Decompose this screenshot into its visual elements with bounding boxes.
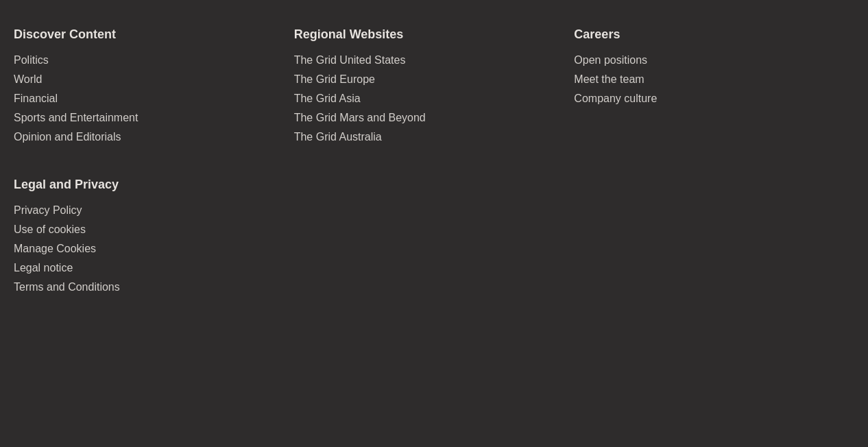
- list-item: The Grid Australia: [294, 131, 561, 143]
- regional-websites-heading: Regional Websites: [294, 27, 561, 42]
- empty-column-2: [294, 178, 575, 300]
- list-item: Meet the team: [574, 73, 841, 86]
- list-item: Privacy Policy: [14, 204, 280, 217]
- discover-content-heading: Discover Content: [14, 27, 280, 42]
- sports-entertainment-link[interactable]: Sports and Entertainment: [14, 112, 138, 123]
- careers-list: Open positions Meet the team Company cul…: [574, 54, 841, 105]
- empty-column-3: [574, 178, 854, 300]
- discover-content-list: Politics World Financial Sports and Ente…: [14, 54, 280, 143]
- meet-team-link[interactable]: Meet the team: [574, 73, 644, 85]
- open-positions-link[interactable]: Open positions: [574, 54, 647, 66]
- list-item: Opinion and Editorials: [14, 131, 280, 143]
- world-link[interactable]: World: [14, 73, 43, 85]
- list-item: The Grid Mars and Beyond: [294, 112, 561, 124]
- opinion-editorials-link[interactable]: Opinion and Editorials: [14, 131, 121, 143]
- list-item: The Grid Europe: [294, 73, 561, 86]
- list-item: Company culture: [574, 93, 841, 105]
- careers-column: Careers Open positions Meet the team Com…: [574, 27, 854, 150]
- use-of-cookies-link[interactable]: Use of cookies: [14, 224, 86, 235]
- careers-heading: Careers: [574, 27, 841, 42]
- company-culture-link[interactable]: Company culture: [574, 93, 657, 104]
- financial-link[interactable]: Financial: [14, 93, 58, 104]
- list-item: Legal notice: [14, 262, 280, 274]
- manage-cookies-link[interactable]: Manage Cookies: [14, 243, 96, 254]
- privacy-policy-link[interactable]: Privacy Policy: [14, 204, 82, 216]
- regional-websites-column: Regional Websites The Grid United States…: [294, 27, 575, 150]
- list-item: Politics: [14, 54, 280, 67]
- discover-content-column: Discover Content Politics World Financia…: [14, 27, 294, 150]
- list-item: Open positions: [574, 54, 841, 67]
- grid-us-link[interactable]: The Grid United States: [294, 54, 406, 66]
- list-item: The Grid United States: [294, 54, 561, 67]
- politics-link[interactable]: Politics: [14, 54, 49, 66]
- list-item: Terms and Conditions: [14, 281, 280, 293]
- grid-mars-link[interactable]: The Grid Mars and Beyond: [294, 112, 426, 123]
- list-item: The Grid Asia: [294, 93, 561, 105]
- grid-asia-link[interactable]: The Grid Asia: [294, 93, 361, 104]
- list-item: Use of cookies: [14, 224, 280, 236]
- legal-privacy-column: Legal and Privacy Privacy Policy Use of …: [14, 178, 294, 300]
- grid-europe-link[interactable]: The Grid Europe: [294, 73, 375, 85]
- legal-privacy-heading: Legal and Privacy: [14, 178, 280, 192]
- terms-conditions-link[interactable]: Terms and Conditions: [14, 281, 120, 293]
- list-item: World: [14, 73, 280, 86]
- list-item: Sports and Entertainment: [14, 112, 280, 124]
- regional-websites-list: The Grid United States The Grid Europe T…: [294, 54, 561, 143]
- grid-australia-link[interactable]: The Grid Australia: [294, 131, 382, 143]
- legal-notice-link[interactable]: Legal notice: [14, 262, 73, 274]
- list-item: Manage Cookies: [14, 243, 280, 255]
- list-item: Financial: [14, 93, 280, 105]
- legal-privacy-list: Privacy Policy Use of cookies Manage Coo…: [14, 204, 280, 293]
